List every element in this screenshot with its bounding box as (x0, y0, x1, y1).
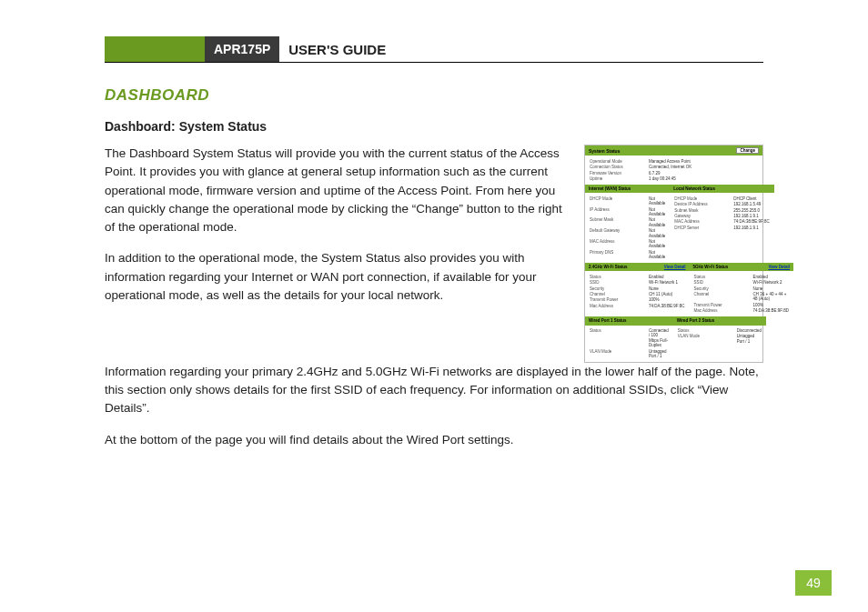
shot-title: 5GHz Wi-Fi Status (693, 265, 729, 269)
shot-row-key: Mac Address (590, 304, 649, 308)
shot-row: Primary DNSNot Available (590, 249, 665, 260)
shot-row-key: Status (590, 275, 649, 279)
shot-wifi24-bar: 2.4GHz Wi-Fi Status View Detail (585, 263, 690, 271)
shot-row-value: None (649, 286, 685, 291)
shot-internet-rows: DHCP ModeNot AvailableIP AddressNot Avai… (585, 193, 670, 263)
shot-row-key: DHCP Server (674, 226, 733, 230)
shot-row-key: Operational Mode (590, 159, 649, 164)
shot-row: StatusEnabled (694, 274, 790, 279)
shot-row-key: Security (590, 286, 649, 291)
shot-local-bar: Local Network Status (670, 185, 774, 193)
shot-row: SecurityNone (590, 286, 685, 291)
shot-row-key: SSID (590, 280, 649, 285)
shot-row-value: Untagged Port / 1 (649, 349, 669, 359)
shot-row-key: Status (678, 328, 737, 333)
shot-row-key: Status (590, 328, 649, 348)
shot-row: Subnet Mask255.255.255.0 (674, 207, 770, 213)
shot-row: Mac Address74:DA:38:BE:9F:8C (590, 303, 685, 308)
shot-row-key: Default Gateway (590, 228, 649, 238)
paragraph: Information regarding your primary 2.4GH… (105, 363, 763, 418)
shot-row-key: Gateway (674, 214, 733, 218)
shot-row: ChannelCH 36 + 40 + 44 + 48 (Auto) (694, 292, 790, 303)
shot-row: Firmware Version6.7.29 (590, 170, 758, 176)
shot-row-value: Disconnected (737, 328, 762, 333)
shot-row: Transmit Power100% (590, 297, 685, 303)
header-title: USER'S GUIDE (279, 36, 395, 62)
paragraph: In addition to the operational mode, the… (105, 249, 568, 305)
shot-title: 2.4GHz Wi-Fi Status (589, 265, 627, 269)
shot-row-key: Channel (590, 292, 649, 296)
change-button[interactable]: Change (736, 147, 759, 154)
shot-row-value: Connected / 100 Mbps Full-Duplex (649, 328, 669, 348)
shot-row-key: Subnet Mask (590, 217, 649, 227)
shot-row: DHCP ModeDHCP Client (674, 196, 770, 201)
shot-row-value: Not Available (649, 239, 665, 249)
shot-row-value: 74:DA:38:BE:9F:8D (753, 308, 790, 313)
shot-row-value: 1 day 00:24:45 (649, 176, 758, 181)
shot-row-value: 74:DA:38:BE:9F:8C (649, 304, 685, 308)
shot-row: Device IP Address192.168.1.5.49 (674, 202, 770, 207)
shot-row-value: Enabled (649, 275, 685, 279)
shot-row-key: IP Address (590, 207, 649, 217)
sub-heading: Dashboard: System Status (105, 119, 763, 134)
shot-row-value: 192.168.1.9.1 (733, 214, 770, 218)
shot-row-value: 192.168.1.5.49 (733, 202, 770, 206)
page-number: 49 (795, 570, 832, 596)
shot-row: StatusConnected / 100 Mbps Full-Duplex (590, 328, 669, 349)
shot-row: MAC Address74:DA:38:BE:9F:8C (674, 219, 770, 225)
shot-row-key: MAC Address (674, 219, 733, 224)
shot-row-value: Wi-Fi Network 1 (649, 280, 685, 285)
shot-row-value: 6.7.29 (649, 171, 758, 176)
shot-row: VLAN ModeUntagged Port / 1 (678, 334, 762, 345)
shot-row: Transmit Power100% (694, 302, 790, 307)
shot-row: SSIDWi-Fi Network 1 (590, 280, 685, 286)
shot-row-key: Channel (694, 292, 753, 302)
shot-row: Connection StatusConnected, Internet OK (590, 165, 758, 170)
shot-row-key: Status (694, 275, 753, 279)
shot-row-key: VLAN Mode (590, 349, 649, 359)
shot-row-value: Not Available (649, 196, 665, 206)
view-detail-link[interactable]: View Detail (664, 265, 686, 269)
view-detail-link[interactable]: View Detail (768, 265, 790, 269)
shot-row-value: 255.255.255.0 (733, 208, 770, 213)
shot-row: MAC AddressNot Available (590, 238, 665, 249)
shot-row: Operational ModeManaged Access Point (590, 158, 758, 164)
shot-row: StatusDisconnected (678, 328, 762, 334)
shot-row: Subnet MaskNot Available (590, 217, 665, 228)
shot-row: VLAN ModeUntagged Port / 1 (590, 348, 669, 359)
shot-port2-rows: StatusDisconnectedVLAN ModeUntagged Port… (673, 326, 766, 347)
header-bar: APR175P USER'S GUIDE (105, 36, 763, 63)
shot-row: Default GatewayNot Available (590, 228, 665, 239)
shot-row: DHCP Server192.168.1.9.1 (674, 225, 770, 230)
shot-row-value: Untagged Port / 1 (737, 334, 762, 344)
shot-row-value: 100% (649, 297, 685, 302)
shot-row: Mac Address74:DA:38:BE:9F:8D (694, 308, 790, 314)
shot-title: Wired Port 1 Status (589, 318, 626, 323)
shot-row-value: Wi-Fi Network 2 (753, 280, 790, 285)
shot-row-value: CH 11 (Auto) (649, 292, 685, 296)
shot-row-value: CH 36 + 40 + 44 + 48 (Auto) (753, 292, 790, 302)
shot-title: Wired Port 2 Status (677, 318, 714, 323)
shot-row-value: 192.168.1.9.1 (733, 226, 770, 230)
shot-row-key: Firmware Version (590, 171, 649, 176)
shot-row-key: MAC Address (590, 239, 649, 249)
shot-system-status-bar: System Status Change (585, 145, 762, 156)
shot-row-value: DHCP Client (733, 196, 770, 201)
shot-row: IP AddressNot Available (590, 206, 665, 217)
shot-row-key: Connection Status (590, 165, 649, 169)
shot-row-value: Connected, Internet OK (649, 165, 758, 169)
shot-row-key: Security (694, 286, 753, 291)
shot-local-rows: DHCP ModeDHCP ClientDevice IP Address192… (670, 193, 774, 233)
shot-row-key: Uptime (590, 176, 649, 181)
shot-wifi5-bar: 5GHz Wi-Fi Status View Detail (690, 263, 794, 271)
shot-row-value: 100% (753, 303, 790, 307)
shot-title: Local Network Status (673, 186, 715, 191)
section-heading: DASHBOARD (105, 86, 763, 105)
shot-row-key: DHCP Mode (674, 196, 733, 201)
shot-row: Gateway192.168.1.9.1 (674, 214, 770, 219)
shot-row-value: 74:DA:38:BE:9F:8C (733, 219, 770, 224)
shot-wifi5-rows: StatusEnabledSSIDWi-Fi Network 2Security… (690, 271, 794, 316)
shot-internet-bar: Internet (WAN) Status (585, 185, 670, 193)
shot-row: SSIDWi-Fi Network 2 (694, 280, 790, 286)
shot-title: Internet (WAN) Status (589, 186, 631, 191)
